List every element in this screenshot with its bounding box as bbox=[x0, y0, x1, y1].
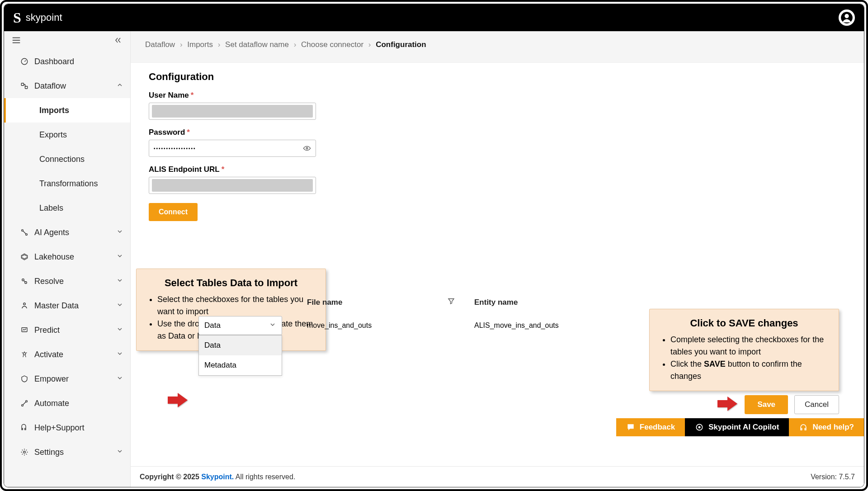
annotation-arrow-icon bbox=[717, 396, 738, 414]
lakehouse-icon bbox=[20, 252, 29, 261]
config-panel: Configuration User Name* Password* •••••… bbox=[131, 63, 864, 487]
brand-name: skypoint bbox=[26, 12, 62, 24]
callout-title: Click to SAVE changes bbox=[660, 317, 828, 329]
chevron-down-icon bbox=[116, 326, 123, 335]
footer: Copyright © 2025 Skypoint. All rights re… bbox=[131, 466, 864, 487]
breadcrumb-link[interactable]: Choose connector bbox=[301, 40, 363, 49]
action-bar: Save Cancel bbox=[717, 395, 839, 414]
svg-point-6 bbox=[26, 234, 28, 236]
sidebar-item-predict[interactable]: Predict bbox=[4, 318, 130, 342]
purpose-dropdown[interactable]: Data bbox=[198, 316, 282, 335]
activate-icon bbox=[20, 350, 29, 359]
breadcrumb-current: Configuration bbox=[376, 40, 426, 49]
callout-bullet: Select the checkboxes for the tables you… bbox=[157, 293, 315, 318]
sidebar-item-master-data[interactable]: Master Data bbox=[4, 293, 130, 318]
sidebar-subitem-transformations[interactable]: Transformations bbox=[4, 171, 130, 196]
gear-icon bbox=[20, 448, 29, 457]
callout-bullet: Click the SAVE button to confirm the cha… bbox=[670, 358, 828, 382]
avatar[interactable] bbox=[839, 9, 855, 26]
chevron-down-icon bbox=[269, 321, 276, 330]
chevron-down-icon bbox=[116, 350, 123, 359]
need-help-button[interactable]: Need help? bbox=[789, 418, 864, 436]
sidebar-item-dataflow[interactable]: Dataflow bbox=[4, 74, 130, 98]
sidebar-subitem-label: Connections bbox=[39, 155, 85, 164]
svg-rect-3 bbox=[21, 83, 24, 85]
save-button[interactable]: Save bbox=[745, 395, 788, 414]
sidebar-item-settings[interactable]: Settings bbox=[4, 440, 130, 464]
help-icon bbox=[20, 423, 29, 432]
master-data-icon bbox=[20, 301, 29, 310]
collapse-sidebar-icon[interactable] bbox=[113, 35, 123, 46]
sidebar-item-label: Empower bbox=[34, 374, 111, 384]
skypoint-link[interactable]: Skypoint. bbox=[201, 473, 234, 481]
username-input[interactable] bbox=[149, 103, 316, 120]
user-icon bbox=[840, 11, 853, 24]
sidebar-subitem-label: Imports bbox=[39, 106, 69, 115]
url-label: ALIS Endpoint URL* bbox=[149, 165, 846, 174]
hamburger-icon[interactable] bbox=[11, 35, 22, 46]
dropdown-option-data[interactable]: Data bbox=[199, 335, 282, 355]
sidebar-item-label: Automate bbox=[34, 399, 123, 408]
connect-button[interactable]: Connect bbox=[149, 203, 198, 221]
header-entity[interactable]: Entity name bbox=[474, 298, 846, 307]
dropdown-option-metadata[interactable]: Metadata bbox=[199, 355, 282, 375]
sidebar-item-lakehouse[interactable]: Lakehouse bbox=[4, 245, 130, 269]
cancel-button[interactable]: Cancel bbox=[794, 395, 839, 414]
predict-icon bbox=[20, 326, 29, 335]
svg-point-13 bbox=[26, 401, 28, 402]
sidebar-item-ai-agents[interactable]: AI Agents bbox=[4, 220, 130, 245]
header-file[interactable]: File name bbox=[307, 298, 447, 307]
copilot-label: Skypoint AI Copilot bbox=[708, 423, 779, 432]
sidebar-item-activate[interactable]: Activate bbox=[4, 342, 130, 367]
sidebar-item-label: Activate bbox=[34, 350, 111, 359]
sidebar-subitem-imports[interactable]: Imports bbox=[4, 98, 130, 123]
chevron-down-icon bbox=[116, 301, 123, 311]
copilot-button[interactable]: Skypoint AI Copilot bbox=[685, 418, 789, 436]
eye-icon[interactable] bbox=[303, 144, 311, 152]
sidebar-item-resolve[interactable]: Resolve bbox=[4, 269, 130, 293]
svg-point-17 bbox=[698, 426, 701, 429]
svg-point-12 bbox=[22, 405, 24, 406]
automate-icon bbox=[20, 399, 29, 408]
svg-point-5 bbox=[22, 230, 24, 231]
filter-icon[interactable] bbox=[447, 297, 455, 307]
chat-icon bbox=[626, 423, 635, 432]
chevron-down-icon bbox=[116, 277, 123, 286]
svg-point-15 bbox=[306, 147, 308, 149]
feedback-button[interactable]: Feedback bbox=[616, 418, 685, 436]
sidebar-subitem-connections[interactable]: Connections bbox=[4, 147, 130, 171]
svg-point-14 bbox=[24, 451, 26, 453]
breadcrumb-link[interactable]: Dataflow bbox=[145, 40, 175, 49]
chevron-down-icon bbox=[116, 228, 123, 237]
chevron-up-icon bbox=[116, 81, 123, 91]
password-mask: ••••••••••••••••• bbox=[154, 146, 303, 151]
svg-point-9 bbox=[24, 303, 26, 305]
cell-file: move_ins_and_outs bbox=[307, 321, 447, 330]
svg-rect-4 bbox=[25, 86, 28, 89]
svg-point-11 bbox=[23, 353, 25, 355]
sidebar-item-empower[interactable]: Empower bbox=[4, 367, 130, 391]
sidebar-item-help-support[interactable]: Help+Support bbox=[4, 415, 130, 440]
breadcrumb-link[interactable]: Imports bbox=[187, 40, 213, 49]
sidebar-subitem-label: Exports bbox=[39, 130, 67, 140]
username-label: User Name* bbox=[149, 91, 846, 100]
annotation-arrow-icon bbox=[167, 392, 189, 410]
chevron-down-icon bbox=[116, 374, 123, 384]
brand: S skypoint bbox=[13, 9, 62, 26]
password-input[interactable]: ••••••••••••••••• bbox=[149, 140, 316, 157]
sidebar-subitem-exports[interactable]: Exports bbox=[4, 123, 130, 147]
sidebar-item-dashboard[interactable]: Dashboard bbox=[4, 49, 130, 74]
purpose-dropdown-list: Data Metadata bbox=[198, 335, 282, 376]
feedback-label: Feedback bbox=[640, 423, 675, 432]
dataflow-icon bbox=[20, 81, 29, 90]
chevron-right-icon: › bbox=[368, 40, 371, 49]
need-help-label: Need help? bbox=[812, 423, 854, 432]
sidebar-item-label: Help+Support bbox=[34, 423, 123, 433]
sidebar-subitem-labels[interactable]: Labels bbox=[4, 196, 130, 220]
sidebar-item-label: Master Data bbox=[34, 301, 111, 311]
chevron-down-icon bbox=[116, 252, 123, 262]
breadcrumb-link[interactable]: Set dataflow name bbox=[225, 40, 289, 49]
sidebar-item-label: Resolve bbox=[34, 277, 111, 286]
url-input[interactable] bbox=[149, 177, 316, 194]
sidebar-item-automate[interactable]: Automate bbox=[4, 391, 130, 415]
